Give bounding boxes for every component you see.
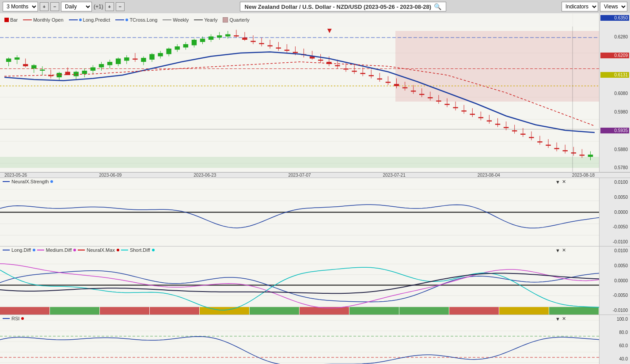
rsi-dropdown-button[interactable]: ▼ bbox=[555, 316, 560, 322]
toolbar-right: Indicators Views bbox=[562, 2, 627, 11]
price-6280: 0.6280 bbox=[600, 34, 629, 39]
shortdiff-line-icon bbox=[121, 250, 128, 250]
neurax-line-icon bbox=[3, 181, 10, 182]
diff-dropdown-button[interactable]: ▼ bbox=[555, 248, 560, 253]
tcross-legend-icon bbox=[115, 19, 124, 20]
period-select[interactable]: 3 Months 1 Month 6 Months bbox=[3, 2, 38, 11]
legend-tcross-label: TCross.Long bbox=[129, 17, 157, 23]
main-chart-yaxis: 0.6350 0.6280 0.6209 0.6131 0.6080 0.598… bbox=[599, 13, 630, 172]
legend-bar-label: Bar bbox=[10, 17, 18, 23]
period-minus-button[interactable]: − bbox=[50, 2, 59, 11]
diff-close-button[interactable]: ✕ bbox=[562, 247, 566, 253]
xlabel-1: 2023-05-26 bbox=[4, 173, 27, 178]
chart-container: Bar Monthly Open Long.Predict TCross.Lon… bbox=[0, 13, 630, 364]
ry-40: 40.0 bbox=[600, 356, 629, 361]
indicators-select[interactable]: Indicators bbox=[562, 2, 598, 11]
rsi-close-button[interactable]: ✕ bbox=[562, 316, 566, 322]
legend-quarterly-label: Quarterly bbox=[229, 17, 249, 23]
legend-monthly-label: Monthly Open bbox=[33, 17, 63, 23]
toolbar: 3 Months 1 Month 6 Months + − Daily Week… bbox=[0, 0, 630, 13]
yearly-legend-icon bbox=[194, 19, 203, 20]
neurax-chart-area[interactable]: NeuralX.Strength ▼ ✕ bbox=[0, 178, 599, 246]
legend-weekly-label: Weekly bbox=[173, 17, 189, 23]
bar-legend-icon bbox=[4, 18, 9, 22]
dy-0000: 0.0000 bbox=[600, 278, 629, 283]
xlabel-2: 2023-06-09 bbox=[99, 173, 121, 178]
legend-longpredict-label: Long.Predict bbox=[83, 17, 110, 23]
main-chart-area[interactable]: Bar Monthly Open Long.Predict TCross.Lon… bbox=[0, 13, 599, 172]
diff-panel: Long.Diff Medium.Diff NeuralX.Max Short.… bbox=[0, 246, 630, 315]
rsi-chart-area[interactable]: RSI ▼ ✕ bbox=[0, 315, 599, 364]
ny-n0005: -0.0050 bbox=[600, 224, 629, 229]
tcross-dot bbox=[125, 19, 128, 21]
dy-n0005: -0.0050 bbox=[600, 293, 629, 298]
neurax-header: NeuralX.Strength bbox=[3, 179, 53, 184]
weekly-legend-icon bbox=[163, 19, 171, 20]
ry-80: 80.0 bbox=[600, 330, 629, 335]
ny-0010: 0.0100 bbox=[600, 180, 629, 185]
neurax-close-button[interactable]: ✕ bbox=[562, 179, 566, 185]
extra-label: (+1) bbox=[94, 4, 103, 10]
xlabel-7: 2023-08-18 bbox=[572, 173, 595, 178]
legend-longpredict-item: Long.Predict bbox=[69, 17, 110, 23]
ry-60: 60.0 bbox=[600, 343, 629, 348]
dy-n0010: -0.0100 bbox=[600, 308, 629, 313]
neurax-canvas[interactable] bbox=[0, 178, 599, 246]
longdiff-line-icon bbox=[3, 250, 10, 250]
neuralmax-dot bbox=[117, 249, 119, 251]
mediumdiff-dot bbox=[73, 249, 76, 251]
views-select[interactable]: Views bbox=[600, 2, 627, 11]
diff-chart-area[interactable]: Long.Diff Medium.Diff NeuralX.Max Short.… bbox=[0, 246, 599, 315]
dy-0005: 0.0050 bbox=[600, 263, 629, 268]
dy-0010: 0.0100 bbox=[600, 248, 629, 253]
legend-yearly-item: Yearly bbox=[194, 17, 217, 23]
neuralmax-title: NeuralX.Max bbox=[87, 247, 115, 253]
period-plus-button[interactable]: + bbox=[40, 2, 49, 11]
price-6350: 0.6350 bbox=[600, 15, 629, 21]
mediumdiff-title: Medium.Diff bbox=[46, 247, 72, 253]
neuralmax-line-icon bbox=[78, 250, 85, 250]
monthly-legend-icon bbox=[23, 19, 32, 20]
rsi-line-icon bbox=[3, 318, 10, 319]
main-chart: Bar Monthly Open Long.Predict TCross.Lon… bbox=[0, 13, 630, 172]
mediumdiff-line-icon bbox=[37, 250, 44, 250]
extra-minus-button[interactable]: − bbox=[116, 2, 125, 11]
quarterly-legend-icon bbox=[223, 17, 228, 23]
longdiff-dot bbox=[33, 249, 35, 251]
neurax-title: NeuralX.Strength bbox=[11, 179, 49, 184]
legend-bar: Bar Monthly Open Long.Predict TCross.Lon… bbox=[0, 13, 599, 27]
diff-header: Long.Diff Medium.Diff NeuralX.Max Short.… bbox=[3, 247, 155, 253]
title-area: New Zealand Dollar / U.S. Dollar - NZD/U… bbox=[126, 2, 560, 11]
xlabel-4: 2023-07-07 bbox=[288, 173, 311, 178]
xlabel-5: 2023-07-21 bbox=[383, 173, 406, 178]
shortdiff-dot bbox=[152, 249, 155, 251]
diff-canvas[interactable] bbox=[0, 246, 599, 315]
neurax-dot bbox=[50, 180, 53, 183]
longdiff-title: Long.Diff bbox=[11, 247, 31, 253]
interval-select[interactable]: Daily Weekly bbox=[61, 2, 92, 11]
main-chart-canvas[interactable] bbox=[0, 13, 599, 172]
longpredict-dot bbox=[79, 19, 82, 21]
rsi-dot bbox=[21, 317, 24, 320]
shortdiff-title: Short.Diff bbox=[130, 247, 150, 253]
search-icon[interactable]: 🔍 bbox=[434, 3, 441, 10]
price-5880: 0.5880 bbox=[600, 147, 629, 152]
rsi-title: RSI bbox=[11, 316, 19, 321]
rsi-header: RSI bbox=[3, 316, 24, 321]
rsi-canvas[interactable] bbox=[0, 315, 599, 364]
legend-quarterly-item: Quarterly bbox=[223, 17, 249, 23]
legend-yearly-label: Yearly bbox=[204, 17, 217, 23]
legend-bar-item: Bar bbox=[4, 17, 18, 23]
rsi-yaxis: 100.0 80.0 60.0 40.0 20.0 bbox=[599, 315, 630, 364]
neurax-dropdown-button[interactable]: ▼ bbox=[555, 179, 560, 185]
xlabel-6: 2023-08-04 bbox=[478, 173, 500, 178]
x-axis: 2023-05-26 2023-06-09 2023-06-23 2023-07… bbox=[0, 172, 630, 178]
longpredict-legend-icon bbox=[69, 19, 78, 20]
xlabel-3: 2023-06-23 bbox=[194, 173, 216, 178]
chart-title-box: New Zealand Dollar / U.S. Dollar - NZD/U… bbox=[240, 2, 447, 11]
ry-100: 100.0 bbox=[600, 317, 629, 322]
extra-plus-button[interactable]: + bbox=[105, 2, 114, 11]
x-axis-labels: 2023-05-26 2023-06-09 2023-06-23 2023-07… bbox=[0, 173, 599, 178]
ny-0005: 0.0050 bbox=[600, 195, 629, 200]
rsi-controls: ▼ ✕ bbox=[555, 316, 566, 322]
